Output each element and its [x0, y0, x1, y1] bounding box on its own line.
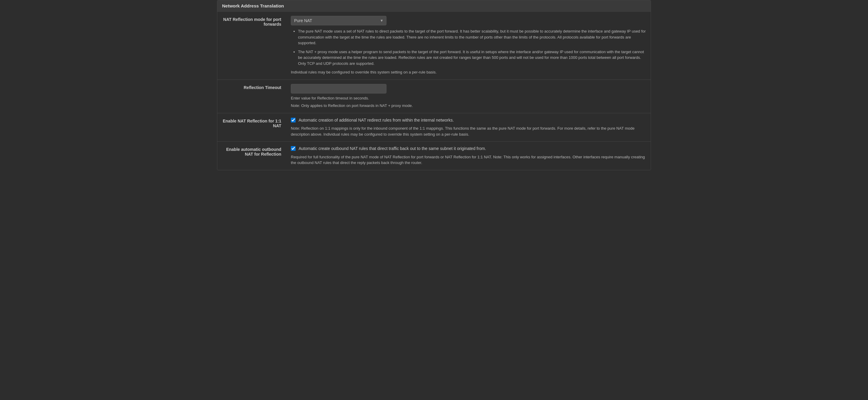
enable-auto-outbound-nat-checkbox-label: Automatic create outbound NAT rules that…: [299, 146, 486, 152]
enable-nat-reflection-1to1-checkbox[interactable]: [291, 118, 296, 123]
nat-reflection-mode-select[interactable]: Pure NAT NAT + Proxy Disabled: [291, 16, 386, 25]
reflection-timeout-hint-2: Note: Only applies to Reflection on port…: [291, 103, 646, 109]
nat-reflection-mode-select-wrapper[interactable]: Pure NAT NAT + Proxy Disabled ▼: [291, 16, 386, 25]
nat-reflection-footer: Individual rules may be configured to ov…: [291, 69, 646, 75]
nat-reflection-mode-row: NAT Reflection mode for port forwards Pu…: [217, 12, 651, 80]
enable-auto-outbound-nat-label: Enable automatic outbound NAT for Reflec…: [217, 142, 286, 170]
enable-auto-outbound-nat-note: Required for full functionality of the p…: [291, 154, 646, 166]
description-item-1: The pure NAT mode uses a set of NAT rule…: [298, 28, 646, 46]
enable-nat-reflection-1to1-checkbox-row: Automatic creation of additional NAT red…: [291, 118, 646, 123]
enable-nat-reflection-1to1-row: Enable NAT Reflection for 1:1 NAT Automa…: [217, 113, 651, 142]
enable-nat-reflection-1to1-checkbox-label: Automatic creation of additional NAT red…: [299, 118, 454, 123]
enable-auto-outbound-nat-row: Enable automatic outbound NAT for Reflec…: [217, 142, 651, 170]
reflection-timeout-input[interactable]: [291, 84, 386, 94]
panel-header: Network Address Translation: [217, 0, 651, 12]
nat-reflection-description-list: The pure NAT mode uses a set of NAT rule…: [291, 28, 646, 66]
nat-reflection-mode-label: NAT Reflection mode for port forwards: [217, 12, 286, 79]
reflection-timeout-row: Reflection Timeout Enter value for Refle…: [217, 80, 651, 113]
enable-nat-reflection-1to1-note: Note: Reflection on 1:1 mappings is only…: [291, 126, 646, 137]
nat-panel: Network Address Translation NAT Reflecti…: [217, 0, 651, 170]
reflection-timeout-content: Enter value for Reflection timeout in se…: [286, 80, 651, 113]
enable-nat-reflection-1to1-content: Automatic creation of additional NAT red…: [286, 113, 651, 142]
description-item-2: The NAT + proxy mode uses a helper progr…: [298, 49, 646, 67]
enable-nat-reflection-1to1-label: Enable NAT Reflection for 1:1 NAT: [217, 113, 286, 142]
reflection-timeout-label: Reflection Timeout: [217, 80, 286, 113]
enable-auto-outbound-nat-checkbox[interactable]: [291, 146, 296, 151]
nat-reflection-mode-content: Pure NAT NAT + Proxy Disabled ▼ The pure…: [286, 12, 651, 79]
enable-nat-reflection-1to1-checkbox-wrapper[interactable]: [291, 118, 296, 123]
enable-auto-outbound-nat-checkbox-wrapper[interactable]: [291, 146, 296, 151]
enable-auto-outbound-nat-content: Automatic create outbound NAT rules that…: [286, 142, 651, 170]
enable-auto-outbound-nat-checkbox-row: Automatic create outbound NAT rules that…: [291, 146, 646, 152]
panel-title: Network Address Translation: [222, 3, 646, 8]
reflection-timeout-hint-1: Enter value for Reflection timeout in se…: [291, 95, 646, 101]
